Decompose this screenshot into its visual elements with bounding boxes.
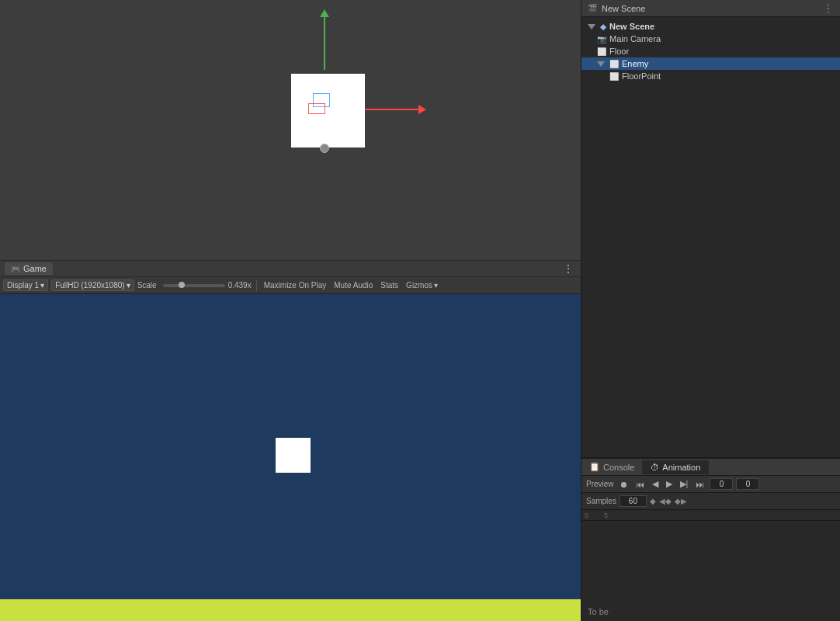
time-input-0[interactable]	[710, 478, 733, 490]
hierarchy-item-enemy[interactable]: ⬜ Enemy	[581, 57, 840, 70]
resolution-label: FullHD (1920x1080)	[55, 281, 125, 290]
cube-icon: ⬜	[609, 72, 619, 81]
maximize-on-play-button[interactable]: Maximize On Play	[262, 280, 329, 290]
to-be-text: To be	[588, 607, 609, 616]
hierarchy-items: ◈ New Scene 📷 Main Camera ⬜ Floor ⬜ Enem…	[581, 17, 840, 85]
samples-label: Samples	[586, 497, 616, 505]
hierarchy-title: New Scene	[602, 4, 645, 13]
scene-icon: ◈	[600, 23, 606, 31]
game-tab-more-button[interactable]: ⋮	[561, 262, 576, 275]
right-panel: 🎬 New Scene ⋮ ◈ New Scene 📷 Main Camera …	[581, 0, 840, 621]
hierarchy-item-label: FloorPoint	[622, 71, 661, 81]
display-label: Display 1	[7, 281, 39, 290]
game-view	[0, 294, 581, 621]
ruler-mark-0: 0	[585, 512, 588, 519]
game-controls-bar: Display 1 ▾ FullHD (1920x1080) ▾ Scale 0…	[0, 277, 581, 294]
timeline-ruler: 0 5	[581, 510, 840, 521]
resolution-chevron-icon: ▾	[127, 281, 130, 290]
next-keyframe-button[interactable]: ◆▶	[675, 497, 687, 505]
left-panel: 🎮 Game ⋮ Display 1 ▾ FullHD (1920x1080) …	[0, 0, 581, 621]
display-chevron-icon: ▾	[40, 281, 44, 290]
display-dropdown[interactable]: Display 1 ▾	[3, 279, 48, 291]
hierarchy-item-label: Floor	[609, 47, 629, 56]
ruler-mark-5: 5	[604, 512, 608, 519]
hierarchy-scene-icon: 🎬	[588, 4, 597, 12]
record-button[interactable]: ⏺	[617, 479, 630, 490]
prev-keyframe-button[interactable]: ◀◆	[659, 497, 672, 505]
samples-input[interactable]	[620, 495, 647, 507]
hierarchy-item-main-camera[interactable]: 📷 Main Camera	[581, 33, 840, 45]
bottom-right-panel: 📋 Console ⏱ Animation Preview ⏺ ⏮ ◀ ▶ ▶|…	[581, 458, 840, 621]
console-tab-label: Console	[603, 463, 634, 472]
step-forward-button[interactable]: ▶|	[678, 478, 691, 490]
scene-object-body	[291, 74, 365, 147]
console-tab-icon: 📋	[589, 462, 600, 472]
green-arrow-up-icon	[324, 16, 325, 70]
preview-label: Preview	[586, 480, 614, 488]
game-tab-label: Game	[23, 264, 47, 273]
cube-icon: ⬜	[609, 60, 619, 68]
resolution-dropdown[interactable]: FullHD (1920x1080) ▾	[51, 279, 134, 291]
hierarchy-item-new-scene[interactable]: ◈ New Scene	[581, 20, 840, 33]
skip-back-button[interactable]: ⏮	[633, 479, 647, 490]
game-tab-bar: 🎮 Game ⋮	[0, 260, 581, 277]
animation-samples-row: Samples ◆ ◀◆ ◆▶	[581, 493, 840, 510]
hierarchy-item-floor[interactable]: ⬜ Floor	[581, 45, 840, 57]
expand-icon	[588, 24, 595, 29]
gizmos-chevron-icon: ▾	[434, 281, 438, 290]
red-arrow-right-icon	[365, 109, 419, 110]
cube-icon: ⬜	[597, 47, 606, 56]
game-tab[interactable]: 🎮 Game	[5, 262, 53, 275]
animation-area: To be	[581, 521, 840, 621]
expand-icon	[597, 61, 605, 67]
red-inner-rect	[308, 103, 325, 114]
scale-thumb	[179, 282, 185, 288]
time-input-1[interactable]	[736, 478, 759, 490]
scene-object	[291, 74, 365, 147]
scale-label: Scale	[137, 281, 157, 290]
gizmos-label: Gizmos	[406, 281, 432, 290]
hierarchy-item-label: New Scene	[609, 22, 654, 31]
hierarchy-header: 🎬 New Scene ⋮	[581, 0, 840, 17]
animation-tab-label: Animation	[662, 463, 700, 472]
scale-slider[interactable]	[163, 284, 225, 287]
separator	[256, 280, 257, 291]
console-tab[interactable]: 📋 Console	[581, 460, 643, 474]
animation-tab-icon: ⏱	[651, 463, 659, 472]
step-back-button[interactable]: ◀	[650, 478, 661, 490]
game-floor	[0, 599, 581, 621]
animation-tab[interactable]: ⏱ Animation	[643, 460, 709, 474]
center-handle[interactable]	[320, 144, 329, 153]
add-keyframe-button[interactable]: ◆	[650, 497, 656, 505]
skip-forward-button[interactable]: ⏭	[693, 479, 706, 490]
game-enemy-object	[276, 438, 311, 473]
hierarchy-item-floorpoint[interactable]: ⬜ FloorPoint	[581, 70, 840, 82]
gizmos-dropdown[interactable]: Gizmos ▾	[404, 280, 440, 290]
animation-controls: Preview ⏺ ⏮ ◀ ▶ ▶| ⏭	[581, 476, 840, 493]
mute-audio-button[interactable]: Mute Audio	[331, 280, 375, 290]
scale-value: 0.439x	[228, 281, 252, 290]
stats-button[interactable]: Stats	[378, 280, 401, 290]
bottom-tabs: 📋 Console ⏱ Animation	[581, 459, 840, 476]
scene-view[interactable]	[0, 0, 581, 260]
game-tab-icon: 🎮	[11, 265, 20, 273]
hierarchy-item-label: Main Camera	[609, 34, 661, 43]
hierarchy-item-label: Enemy	[622, 59, 648, 68]
camera-icon: 📷	[597, 35, 606, 43]
hierarchy-more-button[interactable]: ⋮	[823, 2, 834, 15]
hierarchy-panel: 🎬 New Scene ⋮ ◈ New Scene 📷 Main Camera …	[581, 0, 840, 458]
play-button[interactable]: ▶	[664, 478, 675, 490]
